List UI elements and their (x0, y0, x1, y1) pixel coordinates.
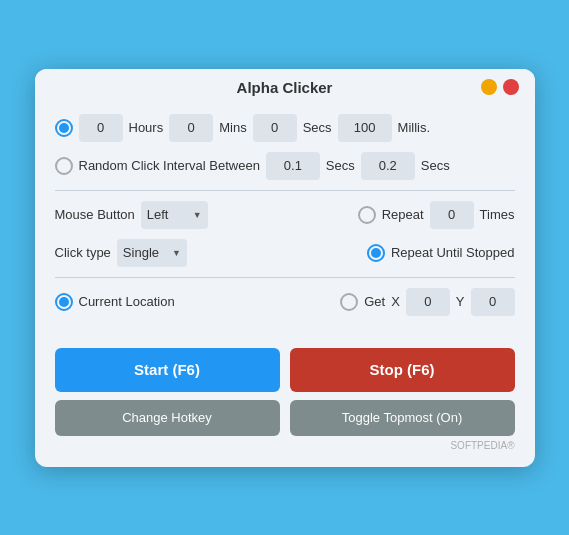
custom-location-radio[interactable] (340, 293, 358, 311)
content-area: Hours Mins Secs Millis. Random Click Int… (35, 106, 535, 334)
titlebar: Alpha Clicker (35, 69, 535, 106)
secs1-label: Secs (326, 158, 355, 173)
repeat-until-stopped-radio[interactable] (367, 244, 385, 262)
times-label: Times (480, 207, 515, 222)
interval-row: Hours Mins Secs Millis. (55, 114, 515, 142)
mouse-button-dropdown[interactable]: Left Middle Right (141, 201, 208, 229)
mins-input[interactable] (169, 114, 213, 142)
change-hotkey-button[interactable]: Change Hotkey (55, 400, 280, 436)
repeat-radio[interactable] (358, 206, 376, 224)
interval-max-input[interactable] (361, 152, 415, 180)
millis-label: Millis. (398, 120, 431, 135)
hours-label: Hours (129, 120, 164, 135)
current-location-label: Current Location (79, 294, 175, 309)
get-label: Get (364, 294, 385, 309)
minimize-button[interactable] (481, 79, 497, 95)
y-label: Y (456, 294, 465, 309)
y-input[interactable] (471, 288, 515, 316)
millis-input[interactable] (338, 114, 392, 142)
main-buttons: Start (F6) Stop (F6) (55, 348, 515, 392)
mins-label: Mins (219, 120, 246, 135)
random-interval-label: Random Click Interval Between (79, 158, 260, 173)
random-interval-radio[interactable] (55, 157, 73, 175)
secs-input[interactable] (253, 114, 297, 142)
interval-min-input[interactable] (266, 152, 320, 180)
secs-label: Secs (303, 120, 332, 135)
repeat-input[interactable] (430, 201, 474, 229)
x-input[interactable] (406, 288, 450, 316)
repeat-until-stopped-label: Repeat Until Stopped (391, 245, 515, 260)
mouse-button-row: Mouse Button Left Middle Right Repeat Ti… (55, 201, 515, 229)
divider2 (55, 277, 515, 278)
interval-radio[interactable] (55, 119, 73, 137)
watermark: SOFTPEDIA® (35, 440, 535, 451)
start-button[interactable]: Start (F6) (55, 348, 280, 392)
secondary-buttons: Change Hotkey Toggle Topmost (On) (55, 400, 515, 436)
stop-button[interactable]: Stop (F6) (290, 348, 515, 392)
location-row: Current Location Get X Y (55, 288, 515, 316)
hours-input[interactable] (79, 114, 123, 142)
secs2-label: Secs (421, 158, 450, 173)
divider1 (55, 190, 515, 191)
mouse-button-dropdown-wrap: Left Middle Right (141, 201, 208, 229)
click-type-row: Click type Single Double Repeat Until St… (55, 239, 515, 267)
window-controls (481, 79, 519, 95)
mouse-button-label: Mouse Button (55, 207, 135, 222)
main-window: Alpha Clicker Hours Mins Secs Millis. Ra… (35, 69, 535, 467)
random-interval-row: Random Click Interval Between Secs Secs (55, 152, 515, 180)
click-type-label: Click type (55, 245, 111, 260)
repeat-label: Repeat (382, 207, 424, 222)
click-type-dropdown-wrap: Single Double (117, 239, 187, 267)
close-button[interactable] (503, 79, 519, 95)
window-title: Alpha Clicker (237, 79, 333, 96)
current-location-radio[interactable] (55, 293, 73, 311)
toggle-topmost-button[interactable]: Toggle Topmost (On) (290, 400, 515, 436)
x-label: X (391, 294, 400, 309)
click-type-dropdown[interactable]: Single Double (117, 239, 187, 267)
